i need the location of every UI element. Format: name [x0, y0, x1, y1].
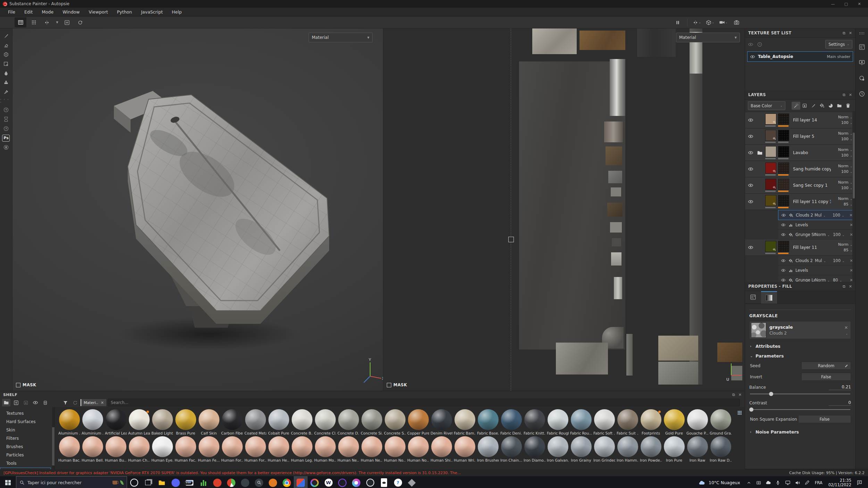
material-item[interactable]: Ground Gra... [710, 409, 732, 435]
material-item[interactable]: Human Wri... [454, 436, 476, 462]
layer-blend-opacity[interactable]: Norm ⌄100 ⌄ [831, 163, 855, 175]
panel-handle-dots[interactable] [859, 32, 865, 35]
material-item[interactable]: Human Shi... [431, 436, 452, 462]
task-view[interactable] [141, 476, 155, 488]
layer-blend-opacity[interactable]: Norm ⌄100 ⌄ [831, 180, 855, 191]
shelf-category-filters[interactable]: Filters [0, 434, 52, 443]
layer-row[interactable]: Fill layer 5Norm ⌄100 ⌄ [745, 128, 855, 145]
menu-mode[interactable]: Mode [37, 9, 58, 15]
effect-opacity[interactable]: 80 ⌄ [833, 278, 848, 282]
delete-trash-icon[interactable] [844, 102, 852, 110]
eye-icon[interactable] [781, 212, 789, 218]
material-item[interactable]: Fabric Rou... [570, 409, 592, 435]
layer-effect-row[interactable]: Levels✕ [778, 220, 855, 230]
volume-icon[interactable] [793, 480, 802, 486]
material-item[interactable]: Brass Pure [175, 409, 197, 435]
eye-icon[interactable] [748, 199, 757, 204]
material-item[interactable]: Baked Light... [151, 409, 173, 435]
menu-javascript[interactable]: JavaScript [136, 9, 167, 15]
clear-resource-icon[interactable]: ✕ [844, 325, 848, 330]
smart-mask-icon[interactable] [826, 102, 835, 110]
perspective-cube-icon[interactable]: ⌄ [704, 17, 716, 27]
new-resource-icon[interactable] [12, 399, 20, 406]
slider-knob[interactable] [749, 407, 753, 412]
layer-blend-opacity[interactable]: Norm ⌄85 ⌄ [831, 196, 855, 207]
layer-row[interactable]: Fill layer 11Norm ⌄85 ⌄ [745, 239, 855, 256]
reset-orbit-icon[interactable] [74, 17, 86, 27]
camera-view-icon[interactable]: ⌄ [717, 17, 729, 27]
material-item[interactable]: Iron Pure [663, 436, 685, 462]
float-panel-icon[interactable]: ⧉ [732, 393, 735, 397]
shelf-category-brushes[interactable]: Brushes [0, 443, 52, 451]
parameter-slider[interactable] [750, 407, 850, 412]
language-indicator[interactable]: FRA [812, 480, 825, 485]
parameter-button-seed[interactable]: Random [801, 362, 851, 370]
eye-icon[interactable] [748, 134, 757, 139]
spiral-app[interactable] [308, 476, 322, 488]
menu-edit[interactable]: Edit [20, 9, 37, 15]
material-item[interactable]: Human No... [407, 436, 429, 462]
chevron-down-icon[interactable]: ⌄ [845, 332, 848, 335]
substance-source-plugin[interactable] [1, 124, 11, 133]
fill-bucket-icon[interactable] [818, 102, 826, 110]
material-item[interactable]: Human Fe... [198, 436, 220, 462]
material-item[interactable]: Fabric Suit ... [617, 409, 639, 435]
material-item[interactable]: Human Ne... [337, 436, 359, 462]
effect-blend[interactable]: Mul ⌄ [815, 258, 833, 263]
red-app[interactable] [210, 476, 224, 488]
menu-help[interactable]: Help [167, 9, 186, 15]
effect-opacity[interactable]: 100 ⌄ [833, 213, 848, 218]
viewport2d-material-selector[interactable]: Material ▼ [676, 33, 740, 42]
material-item[interactable]: Fabric Deni... [500, 409, 522, 435]
stamp-mask-icon[interactable] [800, 102, 809, 110]
menu-viewport[interactable]: Viewport [84, 9, 112, 15]
effect-opacity[interactable]: 100 ⌄ [833, 258, 848, 263]
close-panel-icon[interactable]: ✕ [849, 93, 852, 97]
weather-widget[interactable]: 10°C Nuageux [698, 479, 740, 486]
material-item[interactable]: Human No... [384, 436, 406, 462]
clone-tool[interactable] [1, 78, 11, 87]
close-button[interactable]: ✕ [853, 2, 866, 6]
shelf-category-tools[interactable]: Tools [0, 459, 52, 468]
eye-icon[interactable] [781, 258, 788, 263]
texture-set-row[interactable]: Table_Autopsie Main shader [747, 51, 853, 62]
dots-grid-icon[interactable] [28, 17, 40, 27]
projection-tool[interactable] [1, 50, 11, 59]
resources-updater-plugin[interactable] [1, 143, 11, 152]
network-display-icon[interactable] [783, 480, 792, 486]
eye-icon[interactable] [748, 183, 757, 188]
eye-icon[interactable] [781, 277, 788, 282]
material-item[interactable]: Iron Hamm... [617, 436, 639, 462]
effect-blend[interactable]: Norm ⌄ [815, 232, 833, 237]
material-item[interactable]: Iron Diamo... [524, 436, 545, 462]
material-item[interactable]: Human Bu... [105, 436, 127, 462]
material-item[interactable]: Calf Skin [198, 409, 220, 435]
material-item[interactable]: Fabric Soft ... [593, 409, 615, 435]
shelf-filter-tag[interactable]: Materi.. ✕ [81, 399, 106, 406]
channel-selector[interactable]: Base Color ⌄ [748, 101, 785, 110]
pen-icon[interactable] [803, 480, 812, 485]
material-picker-tool[interactable] [1, 87, 11, 97]
remove-filter-icon[interactable]: ✕ [101, 401, 104, 405]
material-item[interactable]: Human Bell... [82, 436, 103, 462]
shelf-search-input[interactable]: Search... [108, 399, 740, 406]
material-item[interactable]: Iron Brushed [477, 436, 499, 462]
float-panel-icon[interactable]: ⧉ [843, 284, 845, 289]
material-item[interactable]: Fabric Knitt... [524, 409, 545, 435]
equalizer-app[interactable] [197, 476, 210, 488]
polygon-fill-tool[interactable] [1, 59, 11, 69]
material-item[interactable]: Aluminium ... [58, 409, 80, 435]
layer-row[interactable]: Fill layer 14Norm ⌄100 ⌄ [745, 112, 855, 128]
material-item[interactable]: Artificial Lea... [105, 409, 127, 435]
material-item[interactable]: Cobalt Pure [268, 409, 290, 435]
float-panel-icon[interactable]: ⧉ [843, 93, 845, 97]
effect-opacity[interactable]: 100 ⌄ [833, 232, 848, 237]
material-item[interactable]: Iron Powde... [640, 436, 662, 462]
material-item[interactable]: Coated Metal [244, 409, 266, 435]
eye-single-icon[interactable] [757, 42, 762, 47]
discord[interactable] [169, 476, 183, 488]
material-item[interactable]: Aluminium ... [82, 409, 103, 435]
material-item[interactable]: Concrete B... [291, 409, 313, 435]
material-item[interactable]: Gold Pure [663, 409, 685, 435]
paint-brush-icon[interactable] [809, 102, 818, 110]
